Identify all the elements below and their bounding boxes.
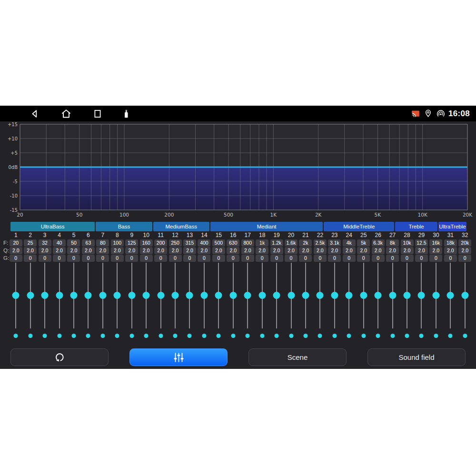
column-10: 160 bbox=[139, 239, 153, 247]
column-27: 8k bbox=[385, 239, 399, 247]
column-11: 11 bbox=[153, 232, 168, 238]
slider-knob[interactable] bbox=[172, 292, 179, 299]
gain-value-cell: 0 bbox=[227, 255, 239, 262]
column-23: 23 bbox=[327, 232, 342, 238]
svg-text:-5: -5 bbox=[13, 179, 18, 184]
column-4: 4 bbox=[52, 232, 66, 238]
gain-value-cell: 0 bbox=[125, 255, 138, 262]
slider-knob[interactable] bbox=[432, 292, 439, 299]
slider-knob[interactable] bbox=[404, 292, 411, 299]
channel-number: 12 bbox=[172, 232, 178, 238]
freq-value-cell: 20 bbox=[10, 239, 22, 247]
gain-value-cell: 0 bbox=[169, 255, 182, 262]
gain-value-cell: 0 bbox=[82, 255, 95, 262]
slider-knob[interactable] bbox=[331, 292, 338, 299]
sound-field-button[interactable]: Sound field bbox=[367, 348, 466, 366]
q-value-row: 2.02.02.02.02.02.02.02.02.02.02.02.02.02… bbox=[9, 247, 472, 254]
slider-knob[interactable] bbox=[56, 292, 63, 299]
slider-knob[interactable] bbox=[157, 292, 164, 299]
column-29: 2.0 bbox=[414, 247, 428, 254]
slider-bank bbox=[9, 262, 472, 340]
column-2: 2.0 bbox=[23, 247, 37, 254]
column-3: 2.0 bbox=[38, 247, 52, 254]
freq-value-cell: 800 bbox=[241, 239, 254, 247]
freq-value-cell: 63 bbox=[82, 239, 95, 247]
scene-button[interactable]: Scene bbox=[248, 348, 347, 366]
slider-knob[interactable] bbox=[244, 292, 251, 299]
q-value-cell: 2.0 bbox=[183, 247, 196, 254]
slider-knob[interactable] bbox=[288, 292, 295, 299]
slider-knob[interactable] bbox=[273, 292, 280, 299]
slider-knob[interactable] bbox=[346, 292, 353, 299]
screen: 16:08 +15+10+50dB-5-10-1520501002005001K… bbox=[0, 0, 476, 476]
gain-slider-27 bbox=[385, 262, 399, 340]
slider-knob[interactable] bbox=[302, 292, 309, 299]
slider-knob[interactable] bbox=[258, 292, 266, 299]
slider-knob[interactable] bbox=[128, 292, 135, 299]
column-30: 30 bbox=[429, 232, 443, 238]
slider-knob[interactable] bbox=[215, 292, 222, 299]
slider-knob[interactable] bbox=[99, 292, 106, 299]
channel-number: 7 bbox=[101, 232, 105, 238]
column-1: 1 bbox=[9, 232, 23, 238]
slider-knob[interactable] bbox=[114, 292, 121, 299]
column-15: 15 bbox=[211, 232, 226, 238]
column-21: 0 bbox=[298, 255, 313, 262]
slider-knob[interactable] bbox=[12, 292, 20, 299]
slider-knob[interactable] bbox=[461, 292, 468, 299]
column-5: 5 bbox=[67, 232, 81, 238]
slider-knob[interactable] bbox=[447, 292, 454, 299]
column-20: 2.0 bbox=[284, 247, 298, 254]
slider-knob[interactable] bbox=[418, 292, 425, 299]
gain-value-cell: 0 bbox=[212, 255, 225, 262]
gain-slider-15 bbox=[211, 262, 226, 340]
slider-knob[interactable] bbox=[70, 292, 77, 299]
slider-knob[interactable] bbox=[186, 292, 193, 299]
band-segment-ultratreble: UltraTreble bbox=[438, 222, 466, 231]
slider-knob[interactable] bbox=[375, 292, 382, 299]
scene-button-label: Scene bbox=[288, 353, 308, 361]
slider-knob[interactable] bbox=[200, 292, 208, 299]
slider-dot bbox=[28, 334, 32, 338]
freq-value-cell: 12.5 bbox=[415, 239, 428, 247]
slider-knob[interactable] bbox=[41, 292, 49, 299]
slider-knob[interactable] bbox=[360, 292, 367, 299]
column-31: 18k bbox=[443, 239, 457, 247]
gain-value-cell: 0 bbox=[386, 255, 399, 262]
column-19: 2.0 bbox=[269, 247, 284, 254]
channel-number-row: 1234567891011121314151617181920212223242… bbox=[9, 232, 472, 238]
channel-number: 26 bbox=[375, 232, 381, 238]
recents-icon[interactable] bbox=[92, 108, 104, 119]
slider-knob[interactable] bbox=[143, 292, 150, 299]
slider-knob[interactable] bbox=[85, 292, 92, 299]
reset-button[interactable] bbox=[10, 348, 109, 366]
slider-knob[interactable] bbox=[317, 292, 324, 299]
gain-slider-17 bbox=[240, 262, 255, 340]
gain-slider-9 bbox=[125, 262, 139, 340]
home-icon[interactable] bbox=[60, 107, 73, 120]
equalizer-button[interactable] bbox=[129, 348, 228, 366]
channel-number: 3 bbox=[43, 232, 47, 238]
column-6: 2.0 bbox=[81, 247, 95, 254]
back-icon[interactable] bbox=[29, 108, 41, 120]
gain-value-cell: 0 bbox=[198, 255, 210, 262]
slider-knob[interactable] bbox=[229, 292, 237, 299]
column-9: 9 bbox=[125, 232, 139, 238]
q-value-cell: 2.0 bbox=[154, 247, 167, 254]
band-segment-treble: Treble bbox=[395, 222, 437, 231]
column-24: 0 bbox=[342, 255, 356, 262]
q-value-cell: 2.0 bbox=[10, 247, 22, 254]
freq-value-cell: 630 bbox=[227, 239, 239, 247]
q-value-cell: 2.0 bbox=[82, 247, 95, 254]
column-21: 21 bbox=[298, 232, 313, 238]
freq-value-row: 2025324050638010012516020025031540050063… bbox=[9, 239, 472, 247]
sound-field-button-label: Sound field bbox=[398, 353, 434, 361]
status-indicators: 16:08 bbox=[410, 106, 470, 121]
q-value-cell: 2.0 bbox=[39, 247, 51, 254]
slider-knob[interactable] bbox=[389, 292, 396, 299]
slider-knob[interactable] bbox=[27, 292, 34, 299]
column-12: 12 bbox=[168, 232, 182, 238]
gain-value-cell: 0 bbox=[444, 255, 457, 262]
gain-value-cell: 0 bbox=[429, 255, 442, 262]
q-value-cell: 2.0 bbox=[285, 247, 298, 254]
